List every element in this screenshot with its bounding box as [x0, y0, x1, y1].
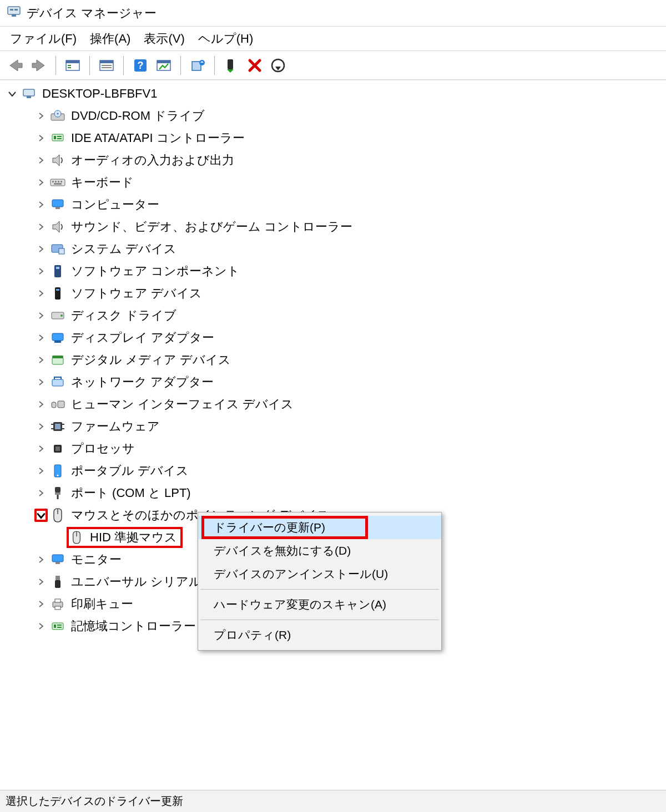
svg-rect-45 [52, 333, 63, 341]
tree-category[interactable]: デジタル メディア デバイス [0, 349, 666, 371]
chevron-right-icon[interactable] [34, 620, 48, 633]
tree-category-label: モニター [71, 549, 122, 571]
menu-help[interactable]: ヘルプ(H) [198, 31, 254, 47]
chevron-right-icon[interactable] [34, 353, 48, 367]
svg-rect-53 [55, 424, 60, 429]
chevron-right-icon[interactable] [34, 265, 48, 278]
ctx-item-label: ハードウェア変更のスキャン(A) [214, 597, 386, 612]
chevron-right-icon[interactable] [34, 442, 48, 455]
chevron-right-icon[interactable] [34, 597, 48, 611]
tree-category[interactable]: ソフトウェア コンポーネント [0, 260, 666, 282]
menu-action[interactable]: 操作(A) [90, 31, 130, 47]
tree-category[interactable]: サウンド、ビデオ、およびゲーム コントローラー [0, 216, 666, 238]
keyboard-icon [50, 175, 65, 190]
svg-rect-3 [12, 14, 16, 17]
tree-category[interactable]: ポータブル デバイス [0, 460, 666, 482]
chevron-right-icon[interactable] [34, 420, 48, 433]
svg-rect-47 [52, 358, 63, 364]
speaker-icon [50, 153, 65, 168]
tree-category[interactable]: ディスプレイ アダプター [0, 327, 666, 349]
tree-category[interactable]: コンピューター [0, 194, 666, 216]
tree-category[interactable]: ソフトウェア デバイス [0, 282, 666, 304]
tree-category-label: プロセッサ [71, 438, 135, 460]
chevron-right-icon[interactable] [34, 553, 48, 566]
tree-category[interactable]: ポート (COM と LPT) [0, 482, 666, 504]
menu-view[interactable]: 表示(V) [144, 31, 184, 47]
disc-drive-icon [50, 108, 65, 124]
chevron-down-icon[interactable] [6, 87, 19, 100]
toolbar-separator [89, 56, 90, 75]
svg-rect-76 [57, 625, 62, 626]
tree-category-label: キーボード [71, 171, 134, 194]
chevron-right-icon[interactable] [34, 464, 48, 478]
chevron-down-icon[interactable] [34, 509, 48, 522]
tree-category[interactable]: プロセッサ [0, 438, 666, 460]
ctx-disable-device[interactable]: デバイスを無効にする(D) [198, 539, 441, 562]
ctx-scan-hardware[interactable]: ハードウェア変更のスキャン(A) [198, 593, 441, 616]
properties-button[interactable] [97, 55, 117, 75]
speaker-icon [50, 219, 65, 235]
chevron-right-icon[interactable] [34, 375, 48, 389]
update-driver-button[interactable] [188, 55, 208, 75]
svg-point-61 [57, 475, 59, 476]
svg-rect-27 [57, 136, 62, 137]
chevron-right-icon[interactable] [34, 398, 48, 411]
chevron-right-icon[interactable] [34, 287, 48, 300]
svg-text:?: ? [138, 60, 144, 71]
tree-category[interactable]: ファームウェア [0, 415, 666, 438]
tree-category-label: ディスク ドライブ [71, 304, 176, 327]
tree-category[interactable]: システム デバイス [0, 238, 666, 260]
disable-device-button[interactable] [268, 55, 288, 75]
svg-rect-7 [68, 67, 71, 68]
chevron-right-icon[interactable] [34, 154, 48, 167]
device-manager-app-icon [7, 4, 21, 22]
tree-category[interactable]: DVD/CD-ROM ドライブ [0, 105, 666, 127]
enable-device-button[interactable] [221, 55, 241, 75]
chevron-right-icon[interactable] [34, 242, 48, 256]
tree-category[interactable]: IDE ATA/ATAPI コントローラー [0, 127, 666, 149]
scan-hardware-button[interactable] [154, 55, 174, 75]
tree-category[interactable]: ヒューマン インターフェイス デバイス [0, 393, 666, 415]
svg-rect-59 [56, 446, 60, 451]
chevron-right-icon[interactable] [34, 109, 48, 123]
tree-category-label: デジタル メディア デバイス [71, 349, 231, 371]
ctx-uninstall-device[interactable]: デバイスのアンインストール(U) [198, 562, 441, 586]
ctx-properties[interactable]: プロパティ(R) [198, 623, 441, 647]
svg-rect-75 [54, 625, 56, 628]
svg-rect-42 [56, 289, 59, 291]
tree-category[interactable]: オーディオの入力および出力 [0, 149, 666, 171]
tree-item-label: HID 準拠マウス [90, 526, 177, 549]
svg-rect-10 [102, 65, 112, 66]
svg-rect-11 [102, 67, 112, 68]
status-bar: 選択したデバイスのドライバー更新 [0, 790, 666, 812]
tree-category[interactable]: ネットワーク アダプター [0, 371, 666, 393]
chevron-right-icon[interactable] [34, 309, 48, 322]
hid-icon [50, 397, 65, 412]
device-tree-panel[interactable]: DESKTOP-LBFBFV1 DVD/CD-ROM ドライブIDE ATA/A… [0, 80, 666, 812]
tree-category[interactable]: ディスク ドライブ [0, 304, 666, 327]
chevron-right-icon[interactable] [34, 176, 48, 189]
chevron-right-icon[interactable] [34, 331, 48, 344]
ctx-update-driver[interactable]: ドライバーの更新(P) [198, 516, 441, 539]
svg-rect-36 [56, 207, 60, 209]
chevron-right-icon[interactable] [34, 220, 48, 234]
window-title: デバイス マネージャー [27, 5, 157, 22]
svg-rect-40 [56, 267, 59, 269]
show-hidden-button[interactable] [63, 55, 83, 75]
tree-category[interactable]: キーボード [0, 171, 666, 194]
forward-button[interactable] [29, 55, 49, 75]
chevron-right-icon[interactable] [34, 198, 48, 211]
chevron-right-icon[interactable] [34, 575, 48, 588]
chevron-right-icon[interactable] [34, 486, 48, 500]
uninstall-device-button[interactable] [245, 55, 265, 75]
software-component-icon [50, 263, 65, 279]
mouse-icon [69, 530, 84, 545]
mouse-icon [50, 507, 65, 523]
back-button[interactable] [6, 55, 26, 75]
menu-file[interactable]: ファイル(F) [10, 31, 77, 47]
tree-root[interactable]: DESKTOP-LBFBFV1 [0, 83, 666, 105]
help-button[interactable]: ? [130, 55, 150, 75]
ctx-item-label: ドライバーの更新(P) [214, 520, 325, 535]
svg-rect-32 [58, 181, 59, 182]
chevron-right-icon[interactable] [34, 131, 48, 145]
